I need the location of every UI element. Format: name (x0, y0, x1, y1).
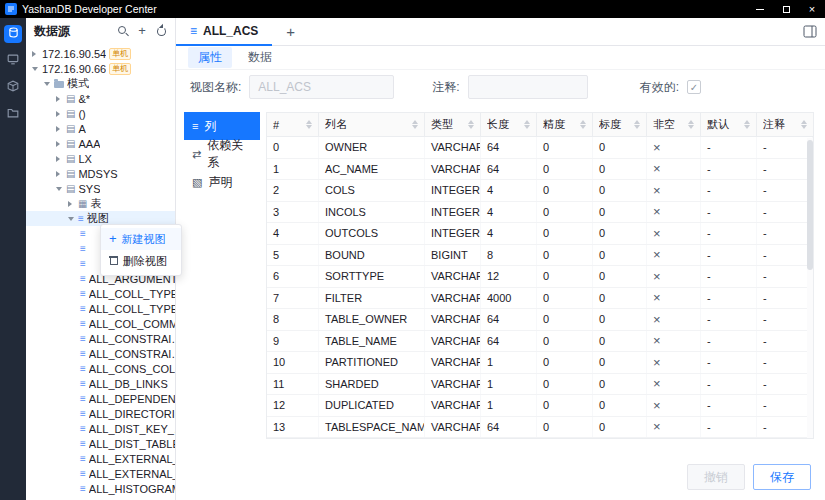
chevron-right-icon[interactable] (56, 156, 66, 162)
view-name-input[interactable]: ALL_ACS (249, 75, 394, 99)
table-row[interactable]: 10PARTITIONEDVARCHAR100×-- (267, 352, 813, 374)
tree-item-all_dependen…[interactable]: ≡ALL_DEPENDEN… (26, 391, 175, 406)
tree-item-all_db_links[interactable]: ≡ALL_DB_LINKS (26, 376, 175, 391)
sort-icon[interactable] (580, 120, 586, 129)
tree-item-all_cons_col…[interactable]: ≡ALL_CONS_COL… (26, 361, 175, 376)
comment-input[interactable] (468, 75, 588, 99)
tree-item-lx[interactable]: ▤LX (26, 151, 175, 166)
column-header-index[interactable]: # (267, 113, 319, 136)
chevron-down-icon[interactable] (56, 187, 66, 191)
valid-checkbox[interactable]: ✓ (687, 80, 701, 94)
menu-item-new-view[interactable]: +新建视图 (101, 228, 181, 250)
scrollbar-thumb[interactable] (807, 140, 813, 270)
sort-icon[interactable] (744, 120, 750, 129)
chevron-right-icon[interactable] (68, 201, 78, 207)
tree-item-172.16.90.54[interactable]: 172.16.90.54单机 (26, 46, 175, 61)
chevron-down-icon[interactable] (44, 82, 54, 86)
column-header-注释[interactable]: 注释 (757, 113, 813, 136)
sort-icon[interactable] (468, 120, 474, 129)
tree-item-all_external_…[interactable]: ≡ALL_EXTERNAL_… (26, 466, 175, 481)
sort-desc-icon (468, 125, 474, 129)
tree-item-mdsys[interactable]: ▤MDSYS (26, 166, 175, 181)
table-row[interactable]: 11SHARDEDVARCHAR100×-- (267, 374, 813, 396)
column-header-非空[interactable]: 非空 (647, 113, 701, 136)
nav-item-dependencies[interactable]: ⇄依赖关系 (184, 140, 260, 168)
column-header-默认[interactable]: 默认 (701, 113, 757, 136)
subtab-properties[interactable]: 属性 (188, 47, 232, 68)
table-row[interactable]: 6SORTTYPEVARCHAR1200×-- (267, 266, 813, 288)
rail-files-button[interactable] (4, 106, 22, 124)
rail-box-button[interactable] (4, 79, 22, 97)
rail-database-button[interactable] (4, 25, 22, 43)
table-row[interactable]: 5BOUNDBIGINT800×-- (267, 245, 813, 267)
table-row[interactable]: 2COLSINTEGER400×-- (267, 180, 813, 202)
chevron-right-icon[interactable] (32, 51, 42, 57)
tree-item-&*[interactable]: ▤&* (26, 91, 175, 106)
panel-toggle-icon[interactable] (803, 25, 817, 38)
table-row[interactable]: 9TABLE_NAMEVARCHAR6400×-- (267, 331, 813, 353)
rail-terminal-button[interactable] (4, 52, 22, 70)
table-row[interactable]: 0OWNERVARCHAR6400×-- (267, 137, 813, 159)
tree-item-all_coll_types[interactable]: ≡ALL_COLL_TYPES (26, 286, 175, 301)
nav-item-columns[interactable]: ≡列 (184, 112, 260, 140)
table-row[interactable]: 3INCOLSINTEGER400×-- (267, 202, 813, 224)
search-icon[interactable] (117, 25, 129, 37)
tree-item-表[interactable]: ▦表 (26, 196, 175, 211)
tree-item-sys[interactable]: ▤SYS (26, 181, 175, 196)
tree-item-all_col_comm…[interactable]: ≡ALL_COL_COMM… (26, 316, 175, 331)
tree-item-aaa[interactable]: ▤AAA (26, 136, 175, 151)
tree-item-all_constrai…[interactable]: ≡ALL_CONSTRAI… (26, 331, 175, 346)
tree-item-all_external_…[interactable]: ≡ALL_EXTERNAL_… (26, 451, 175, 466)
sort-icon[interactable] (306, 120, 312, 129)
chevron-right-icon[interactable] (56, 126, 66, 132)
column-header-列名[interactable]: 列名 (319, 113, 425, 136)
menu-item-delete-view[interactable]: 删除视图 (101, 250, 181, 272)
column-header-精度[interactable]: 精度 (537, 113, 593, 136)
save-button[interactable]: 保存 (753, 464, 811, 490)
table-cell: SHARDED (319, 374, 425, 395)
table-row[interactable]: 4OUTCOLSINTEGER400×-- (267, 223, 813, 245)
tree-item-all_dist_tables[interactable]: ≡ALL_DIST_TABLES (26, 436, 175, 451)
chevron-down-icon[interactable] (32, 67, 42, 71)
sort-icon[interactable] (688, 120, 694, 129)
chevron-right-icon[interactable] (56, 141, 66, 147)
sort-icon[interactable] (524, 120, 530, 129)
minimize-button[interactable] (747, 0, 773, 18)
undo-button[interactable]: 撤销 (687, 464, 745, 490)
table-row[interactable]: 7FILTERVARCHAR400000×-- (267, 288, 813, 310)
tree-item-a[interactable]: ▤A (26, 121, 175, 136)
sort-icon[interactable] (801, 120, 807, 129)
column-header-类型[interactable]: 类型 (425, 113, 481, 136)
table-row[interactable]: 13TABLESPACE_NAMEVARCHAR6400×-- (267, 417, 813, 439)
tree-item-all_dist_key_…[interactable]: ≡ALL_DIST_KEY_… (26, 421, 175, 436)
tree-item-()[interactable]: ▤() (26, 106, 175, 121)
table-row[interactable]: 8TABLE_OWNERVARCHAR6400×-- (267, 309, 813, 331)
chevron-right-icon[interactable] (56, 171, 66, 177)
tree-item-all_constrai…[interactable]: ≡ALL_CONSTRAI… (26, 346, 175, 361)
add-datasource-icon[interactable]: + (136, 25, 148, 37)
tree-item-all_histograms[interactable]: ≡ALL_HISTOGRAMS (26, 481, 175, 496)
tab-all-acs[interactable]: ≡ ALL_ACS (176, 18, 272, 46)
table-icon: ▦ (78, 199, 87, 209)
refresh-icon[interactable] (155, 25, 167, 37)
tree-item-all_coll_type…[interactable]: ≡ALL_COLL_TYPE… (26, 301, 175, 316)
close-button[interactable]: × (799, 0, 825, 18)
sort-icon[interactable] (412, 120, 418, 129)
chevron-right-icon[interactable] (56, 96, 66, 102)
nav-item-declaration[interactable]: ▧声明 (184, 168, 260, 196)
tree-item-模式[interactable]: 模式 (26, 76, 175, 91)
column-header-标度[interactable]: 标度 (593, 113, 647, 136)
tree-item-all_directories[interactable]: ≡ALL_DIRECTORIES (26, 406, 175, 421)
subtab-data[interactable]: 数据 (238, 47, 282, 68)
chevron-right-icon[interactable] (56, 111, 66, 117)
table-cell: 0 (593, 395, 647, 416)
chevron-down-icon[interactable] (68, 217, 78, 221)
column-header-长度[interactable]: 长度 (481, 113, 537, 136)
new-tab-button[interactable]: + (286, 24, 295, 39)
table-row[interactable]: 1AC_NAMEVARCHAR6400×-- (267, 159, 813, 181)
sort-icon[interactable] (634, 120, 640, 129)
table-row[interactable]: 12DUPLICATEDVARCHAR100×-- (267, 395, 813, 417)
tree-item-172.16.90.66[interactable]: 172.16.90.66单机 (26, 61, 175, 76)
maximize-button[interactable] (773, 0, 799, 18)
vertical-scrollbar[interactable] (807, 138, 813, 438)
